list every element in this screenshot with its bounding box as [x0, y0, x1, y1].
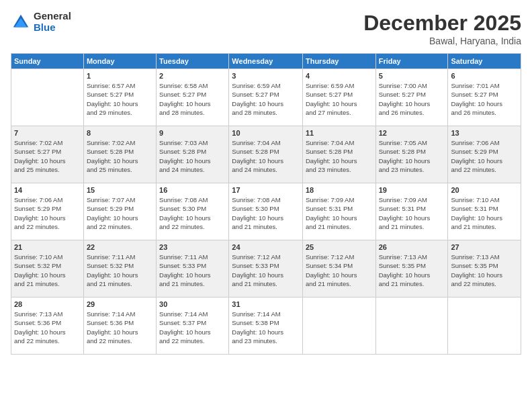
header-thursday: Thursday	[302, 54, 375, 69]
day-number: 27	[451, 243, 518, 251]
calendar-cell: 27Sunrise: 7:13 AM Sunset: 5:35 PM Dayli…	[448, 240, 521, 298]
header-wednesday: Wednesday	[229, 54, 303, 69]
day-number: 7	[14, 129, 81, 137]
day-info: Sunrise: 7:13 AM Sunset: 5:35 PM Dayligh…	[379, 253, 445, 288]
day-number: 13	[451, 129, 518, 137]
calendar-cell: 4Sunrise: 6:59 AM Sunset: 5:27 PM Daylig…	[302, 69, 375, 126]
calendar-cell: 5Sunrise: 7:00 AM Sunset: 5:27 PM Daylig…	[375, 69, 448, 126]
calendar-cell: 17Sunrise: 7:08 AM Sunset: 5:30 PM Dayli…	[229, 183, 303, 240]
day-info: Sunrise: 7:14 AM Sunset: 5:37 PM Dayligh…	[159, 310, 226, 345]
day-info: Sunrise: 7:13 AM Sunset: 5:35 PM Dayligh…	[451, 253, 518, 288]
calendar-table: SundayMondayTuesdayWednesdayThursdayFrid…	[11, 53, 521, 355]
calendar-week-row: 7Sunrise: 7:02 AM Sunset: 5:27 PM Daylig…	[11, 126, 521, 183]
header-friday: Friday	[375, 54, 448, 69]
calendar-cell: 24Sunrise: 7:12 AM Sunset: 5:33 PM Dayli…	[229, 240, 303, 298]
calendar-cell: 23Sunrise: 7:11 AM Sunset: 5:33 PM Dayli…	[157, 240, 229, 298]
calendar-cell	[302, 298, 375, 355]
day-info: Sunrise: 7:03 AM Sunset: 5:28 PM Dayligh…	[159, 138, 226, 174]
day-number: 21	[14, 243, 81, 251]
calendar-cell	[375, 298, 448, 355]
calendar-cell: 26Sunrise: 7:13 AM Sunset: 5:35 PM Dayli…	[375, 240, 448, 298]
calendar-week-row: 1Sunrise: 6:57 AM Sunset: 5:27 PM Daylig…	[11, 69, 521, 126]
day-info: Sunrise: 7:11 AM Sunset: 5:32 PM Dayligh…	[87, 253, 153, 288]
day-number: 6	[451, 72, 518, 80]
day-info: Sunrise: 7:06 AM Sunset: 5:29 PM Dayligh…	[14, 195, 81, 231]
calendar-week-row: 21Sunrise: 7:10 AM Sunset: 5:32 PM Dayli…	[11, 240, 521, 298]
header-sunday: Sunday	[11, 54, 84, 69]
day-number: 23	[159, 243, 226, 251]
day-info: Sunrise: 6:58 AM Sunset: 5:27 PM Dayligh…	[159, 81, 226, 117]
calendar-cell: 14Sunrise: 7:06 AM Sunset: 5:29 PM Dayli…	[11, 183, 84, 240]
calendar-cell: 12Sunrise: 7:05 AM Sunset: 5:28 PM Dayli…	[375, 126, 448, 183]
day-info: Sunrise: 7:07 AM Sunset: 5:29 PM Dayligh…	[87, 195, 153, 231]
logo-text: General Blue	[34, 11, 71, 33]
page-container: General Blue December 2025 Bawal, Haryan…	[0, 0, 532, 411]
day-info: Sunrise: 6:57 AM Sunset: 5:27 PM Dayligh…	[87, 81, 153, 117]
day-info: Sunrise: 7:00 AM Sunset: 5:27 PM Dayligh…	[379, 81, 445, 117]
header-saturday: Saturday	[448, 54, 521, 69]
day-number: 15	[87, 186, 153, 194]
day-info: Sunrise: 7:01 AM Sunset: 5:27 PM Dayligh…	[451, 81, 518, 117]
day-info: Sunrise: 7:04 AM Sunset: 5:28 PM Dayligh…	[232, 138, 300, 174]
day-info: Sunrise: 6:59 AM Sunset: 5:27 PM Dayligh…	[232, 81, 300, 117]
day-number: 8	[87, 129, 153, 137]
day-info: Sunrise: 7:11 AM Sunset: 5:33 PM Dayligh…	[159, 253, 226, 288]
calendar-cell: 7Sunrise: 7:02 AM Sunset: 5:27 PM Daylig…	[11, 126, 84, 183]
calendar-cell: 1Sunrise: 6:57 AM Sunset: 5:27 PM Daylig…	[83, 69, 156, 126]
location: Bawal, Haryana, India	[363, 36, 521, 46]
calendar-cell: 8Sunrise: 7:02 AM Sunset: 5:28 PM Daylig…	[83, 126, 156, 183]
calendar-cell: 19Sunrise: 7:09 AM Sunset: 5:31 PM Dayli…	[375, 183, 448, 240]
calendar-cell: 11Sunrise: 7:04 AM Sunset: 5:28 PM Dayli…	[302, 126, 375, 183]
header: General Blue December 2025 Bawal, Haryan…	[11, 11, 521, 46]
calendar-cell: 10Sunrise: 7:04 AM Sunset: 5:28 PM Dayli…	[229, 126, 303, 183]
calendar-cell: 29Sunrise: 7:14 AM Sunset: 5:36 PM Dayli…	[83, 298, 156, 355]
calendar-header-row: SundayMondayTuesdayWednesdayThursdayFrid…	[11, 54, 521, 69]
day-number: 29	[87, 300, 153, 308]
title-section: December 2025 Bawal, Haryana, India	[363, 11, 521, 46]
calendar-cell: 25Sunrise: 7:12 AM Sunset: 5:34 PM Dayli…	[302, 240, 375, 298]
day-info: Sunrise: 7:14 AM Sunset: 5:36 PM Dayligh…	[87, 310, 153, 345]
header-tuesday: Tuesday	[157, 54, 229, 69]
calendar-cell: 30Sunrise: 7:14 AM Sunset: 5:37 PM Dayli…	[157, 298, 229, 355]
day-info: Sunrise: 7:12 AM Sunset: 5:34 PM Dayligh…	[306, 253, 373, 288]
header-monday: Monday	[83, 54, 156, 69]
calendar-cell: 21Sunrise: 7:10 AM Sunset: 5:32 PM Dayli…	[11, 240, 84, 298]
day-number: 28	[14, 300, 81, 308]
day-info: Sunrise: 7:13 AM Sunset: 5:36 PM Dayligh…	[14, 310, 81, 345]
logo-blue-text: Blue	[34, 22, 71, 34]
calendar-cell: 13Sunrise: 7:06 AM Sunset: 5:29 PM Dayli…	[448, 126, 521, 183]
day-number: 31	[232, 300, 300, 308]
logo: General Blue	[11, 11, 71, 33]
day-number: 17	[232, 186, 300, 194]
day-number: 11	[306, 129, 373, 137]
day-info: Sunrise: 7:10 AM Sunset: 5:31 PM Dayligh…	[451, 195, 518, 231]
day-info: Sunrise: 7:10 AM Sunset: 5:32 PM Dayligh…	[14, 253, 81, 288]
day-info: Sunrise: 7:08 AM Sunset: 5:30 PM Dayligh…	[232, 195, 300, 231]
day-number: 20	[451, 186, 518, 194]
day-info: Sunrise: 7:09 AM Sunset: 5:31 PM Dayligh…	[379, 195, 445, 231]
day-info: Sunrise: 7:09 AM Sunset: 5:31 PM Dayligh…	[306, 195, 373, 231]
day-info: Sunrise: 7:14 AM Sunset: 5:38 PM Dayligh…	[232, 310, 300, 345]
day-number: 30	[159, 300, 226, 308]
calendar-cell	[11, 69, 84, 126]
day-number: 16	[159, 186, 226, 194]
calendar-week-row: 14Sunrise: 7:06 AM Sunset: 5:29 PM Dayli…	[11, 183, 521, 240]
day-number: 5	[379, 72, 445, 80]
day-info: Sunrise: 7:02 AM Sunset: 5:27 PM Dayligh…	[14, 138, 81, 174]
day-info: Sunrise: 6:59 AM Sunset: 5:27 PM Dayligh…	[306, 81, 373, 117]
calendar-cell: 2Sunrise: 6:58 AM Sunset: 5:27 PM Daylig…	[157, 69, 229, 126]
day-info: Sunrise: 7:02 AM Sunset: 5:28 PM Dayligh…	[87, 138, 153, 174]
day-number: 14	[14, 186, 81, 194]
day-info: Sunrise: 7:08 AM Sunset: 5:30 PM Dayligh…	[159, 195, 226, 231]
calendar-cell: 16Sunrise: 7:08 AM Sunset: 5:30 PM Dayli…	[157, 183, 229, 240]
month-title: December 2025	[363, 11, 521, 36]
calendar-cell: 28Sunrise: 7:13 AM Sunset: 5:36 PM Dayli…	[11, 298, 84, 355]
calendar-cell: 18Sunrise: 7:09 AM Sunset: 5:31 PM Dayli…	[302, 183, 375, 240]
day-info: Sunrise: 7:12 AM Sunset: 5:33 PM Dayligh…	[232, 253, 300, 288]
day-number: 3	[232, 72, 300, 80]
calendar-cell: 20Sunrise: 7:10 AM Sunset: 5:31 PM Dayli…	[448, 183, 521, 240]
calendar-cell: 3Sunrise: 6:59 AM Sunset: 5:27 PM Daylig…	[229, 69, 303, 126]
day-number: 19	[379, 186, 445, 194]
calendar-cell: 22Sunrise: 7:11 AM Sunset: 5:32 PM Dayli…	[83, 240, 156, 298]
day-number: 26	[379, 243, 445, 251]
